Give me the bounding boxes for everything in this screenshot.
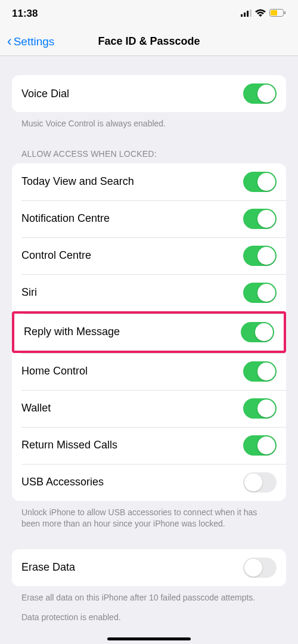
cellular-icon — [241, 8, 252, 20]
return-missed-calls-label: Return Missed Calls — [21, 439, 117, 451]
status-icons — [241, 8, 286, 20]
usb-accessories-label: USB Accessories — [21, 476, 104, 488]
notification-centre-label: Notification Centre — [21, 212, 110, 225]
home-indicator[interactable] — [107, 637, 191, 640]
back-label: Settings — [14, 35, 55, 48]
home-control-toggle[interactable] — [243, 361, 277, 382]
svg-rect-6 — [271, 10, 277, 16]
svg-rect-2 — [247, 11, 249, 17]
reply-with-message-label: Reply with Message — [24, 326, 120, 338]
nav-bar: ‹ Settings Face ID & Passcode — [0, 27, 298, 56]
voice-dial-list: Voice Dial — [12, 75, 286, 112]
reply-with-message-toggle[interactable] — [241, 322, 274, 342]
control-centre-row[interactable]: Control Centre — [12, 237, 286, 274]
svg-rect-5 — [284, 11, 285, 14]
wallet-row[interactable]: Wallet — [12, 390, 286, 427]
notification-centre-row[interactable]: Notification Centre — [12, 200, 286, 237]
siri-row[interactable]: Siri — [12, 274, 286, 311]
wallet-toggle[interactable] — [243, 398, 277, 419]
voice-dial-group: Voice Dial Music Voice Control is always… — [12, 75, 286, 130]
reply-with-message-row[interactable]: Reply with Message — [12, 311, 286, 353]
notification-centre-toggle[interactable] — [243, 209, 277, 229]
allow-access-footer: Unlock iPhone to allow USB accessories t… — [12, 501, 286, 530]
erase-data-toggle[interactable] — [243, 558, 277, 578]
allow-access-group: Allow Access When Locked: Today View and… — [12, 149, 286, 530]
erase-data-list: Erase Data — [12, 549, 286, 586]
today-view-toggle[interactable] — [243, 172, 277, 192]
back-button[interactable]: ‹ Settings — [7, 35, 54, 48]
status-time: 11:38 — [12, 8, 38, 20]
chevron-left-icon: ‹ — [7, 35, 12, 48]
return-missed-calls-row[interactable]: Return Missed Calls — [12, 427, 286, 464]
erase-data-footer: Erase all data on this iPhone after 10 f… — [12, 586, 286, 604]
allow-access-list: Today View and Search Notification Centr… — [12, 163, 286, 501]
erase-data-row[interactable]: Erase Data — [12, 549, 286, 586]
data-protection-footer: Data protection is enabled. — [12, 603, 286, 624]
erase-data-group: Erase Data Erase all data on this iPhone… — [12, 549, 286, 624]
siri-label: Siri — [21, 286, 37, 299]
home-control-row[interactable]: Home Control — [12, 353, 286, 390]
battery-icon — [269, 8, 286, 20]
erase-data-label: Erase Data — [21, 561, 75, 574]
wifi-icon — [255, 8, 266, 20]
voice-dial-footer: Music Voice Control is always enabled. — [12, 112, 286, 130]
return-missed-calls-toggle[interactable] — [243, 435, 277, 456]
today-view-label: Today View and Search — [21, 175, 134, 188]
status-bar: 11:38 — [0, 0, 298, 27]
wallet-label: Wallet — [21, 402, 51, 414]
voice-dial-toggle[interactable] — [243, 83, 277, 104]
usb-accessories-row[interactable]: USB Accessories — [12, 464, 286, 501]
page-title: Face ID & Passcode — [98, 35, 200, 48]
allow-access-header: Allow Access When Locked: — [12, 149, 286, 163]
today-view-row[interactable]: Today View and Search — [12, 163, 286, 200]
voice-dial-label: Voice Dial — [21, 88, 69, 100]
svg-rect-0 — [241, 14, 243, 17]
home-control-label: Home Control — [21, 365, 88, 377]
svg-rect-1 — [244, 13, 246, 17]
svg-rect-3 — [250, 10, 252, 17]
control-centre-label: Control Centre — [21, 249, 91, 262]
siri-toggle[interactable] — [243, 283, 277, 303]
control-centre-toggle[interactable] — [243, 246, 277, 266]
usb-accessories-toggle[interactable] — [243, 472, 277, 493]
voice-dial-row[interactable]: Voice Dial — [12, 75, 286, 112]
